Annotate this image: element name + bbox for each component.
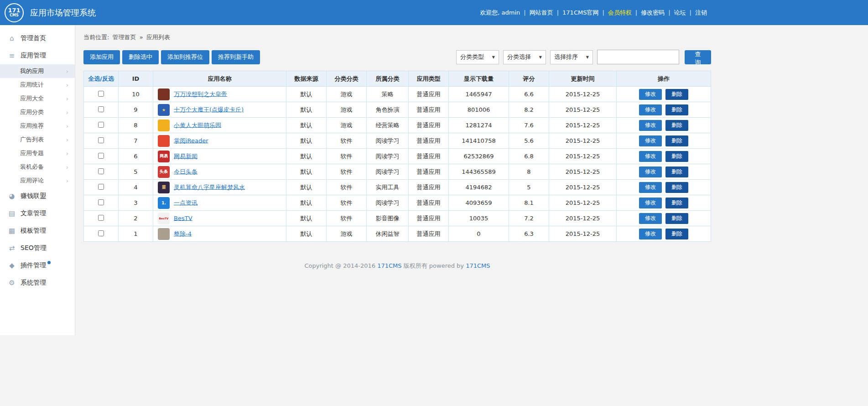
top-nav-link[interactable]: 网站首页 xyxy=(530,9,553,16)
breadcrumb-home[interactable]: 管理首页 xyxy=(113,34,136,41)
edit-button[interactable]: 修改 xyxy=(639,198,662,208)
row-checkbox[interactable] xyxy=(98,91,104,97)
breadcrumb-current[interactable]: 应用列表 xyxy=(146,34,170,41)
delete-button[interactable]: 删除 xyxy=(665,229,688,239)
sidebar-item-plugin[interactable]: ◆插件管理 xyxy=(0,257,75,274)
top-nav-link[interactable]: 171CMS官网 xyxy=(562,9,598,16)
filter-select-2[interactable]: 选择排序▼ xyxy=(550,50,593,64)
sidebar-subitem[interactable]: 应用分类› xyxy=(0,105,75,119)
delete-button[interactable]: 删除 xyxy=(665,167,688,177)
row-checkbox[interactable] xyxy=(98,122,104,128)
delete-button[interactable]: 删除 xyxy=(665,135,688,146)
edit-button[interactable]: 修改 xyxy=(639,182,662,193)
row-checkbox[interactable] xyxy=(98,184,104,190)
top-nav-link[interactable]: 注销 xyxy=(695,9,707,16)
link-icon: ⇄ xyxy=(7,244,16,252)
top-nav-link[interactable]: 会员特权 xyxy=(608,9,632,16)
id-cell: 9 xyxy=(119,102,153,118)
sidebar-item-label: 模板管理 xyxy=(21,227,46,235)
delete-button[interactable]: 删除 xyxy=(665,104,688,115)
app-name-link[interactable]: 今日头条 xyxy=(174,168,198,175)
sidebar-item-system[interactable]: ⚙系统管理 xyxy=(0,274,75,291)
edit-button[interactable]: 修改 xyxy=(639,167,662,177)
sidebar-item-money[interactable]: ◕赚钱联盟 xyxy=(0,187,75,205)
sidebar-item-apps[interactable]: ≡应用管理 xyxy=(0,47,75,64)
edit-button[interactable]: 修改 xyxy=(639,213,662,224)
sidebar-item-template[interactable]: ▦模板管理 xyxy=(0,222,75,239)
chevron-down-icon: ▼ xyxy=(492,55,495,59)
app-icon: 1. xyxy=(158,197,170,209)
source-cell: 默认 xyxy=(286,118,327,133)
app-name-link[interactable]: 整除-4 xyxy=(174,230,192,237)
nav-separator: | xyxy=(524,9,525,16)
app-name-link[interactable]: 十万个大魔王(点爆皮卡丘) xyxy=(174,106,244,113)
search-button[interactable]: 查 询 xyxy=(685,50,711,64)
filter-select-1[interactable]: 分类选择▼ xyxy=(503,50,546,64)
edit-button[interactable]: 修改 xyxy=(639,120,662,131)
filter-select-0[interactable]: 分类类型▼ xyxy=(456,50,499,64)
sidebar-subitem[interactable]: 装机必备› xyxy=(0,160,75,174)
app-name-link[interactable]: 小黄人大眼萌乐园 xyxy=(174,121,221,128)
row-checkbox[interactable] xyxy=(98,199,104,205)
delete-button[interactable]: 删除 xyxy=(665,89,688,100)
search-input[interactable] xyxy=(597,50,679,64)
app-type-cell: 普通应用 xyxy=(409,102,449,118)
edit-button[interactable]: 修改 xyxy=(639,135,662,146)
toolbar-button-0[interactable]: 添加应用 xyxy=(83,50,120,64)
app-name-link[interactable]: 灵机算命八字星座解梦风水 xyxy=(174,183,245,190)
app-name-link[interactable]: BesTV xyxy=(174,214,192,221)
delete-button[interactable]: 删除 xyxy=(665,120,688,131)
app-name-cell: 整除-4 xyxy=(153,226,286,242)
toolbar-button-2[interactable]: 添加到推荐位 xyxy=(161,50,209,64)
app-name-link[interactable]: 掌阅iReader xyxy=(174,137,208,144)
sidebar-item-label: SEO管理 xyxy=(21,244,47,252)
sidebar-subitem[interactable]: 应用统计› xyxy=(0,78,75,92)
chevron-right-icon: › xyxy=(66,95,68,102)
sidebar-subitem[interactable]: 应用评论› xyxy=(0,174,75,187)
row-checkbox[interactable] xyxy=(98,153,104,159)
delete-button[interactable]: 删除 xyxy=(665,213,688,224)
sidebar-item-article[interactable]: ▤文章管理 xyxy=(0,205,75,222)
app-name-cell: 网易网易新闻 xyxy=(153,149,286,164)
chevron-right-icon: › xyxy=(66,136,68,143)
sidebar-subitem[interactable]: 应用专题› xyxy=(0,146,75,160)
delete-button[interactable]: 删除 xyxy=(665,198,688,208)
toolbar-button-3[interactable]: 推荐到新手助 xyxy=(212,50,260,64)
edit-button[interactable]: 修改 xyxy=(639,89,662,100)
row-checkbox[interactable] xyxy=(98,230,104,236)
top-nav-link[interactable]: 修改密码 xyxy=(641,9,665,16)
edit-button[interactable]: 修改 xyxy=(639,229,662,239)
category-cell: 游戏 xyxy=(327,118,367,133)
toolbar-button-1[interactable]: 删除选中 xyxy=(122,50,159,64)
sidebar-subitem[interactable]: 广告列表› xyxy=(0,133,75,146)
downloads-cell: 1465947 xyxy=(449,87,509,102)
app-name-cell: 靈灵机算命八字星座解梦风水 xyxy=(153,180,286,195)
sidebar-item-home[interactable]: ⌂管理首页 xyxy=(0,30,75,47)
sidebar-subitem[interactable]: 应用大全› xyxy=(0,92,75,105)
app-name-link[interactable]: 万万没想到之大皇帝 xyxy=(174,90,227,97)
category-cell: 软件 xyxy=(327,195,367,211)
edit-button[interactable]: 修改 xyxy=(639,151,662,162)
delete-button[interactable]: 删除 xyxy=(665,182,688,193)
row-checkbox[interactable] xyxy=(98,215,104,221)
select-all-header[interactable]: 全选/反选 xyxy=(84,71,119,87)
sidebar-subitem-label: 应用分类 xyxy=(20,108,44,116)
footer-brand-link[interactable]: 171CMS xyxy=(377,262,401,269)
table-row: 8小黄人大眼萌乐园默认游戏经营策略普通应用12812747.62015-12-2… xyxy=(84,118,711,133)
select-value: 分类选择 xyxy=(507,53,531,61)
sidebar-item-seo[interactable]: ⇄SEO管理 xyxy=(0,239,75,257)
delete-button[interactable]: 删除 xyxy=(665,151,688,162)
sidebar-subitem[interactable]: 应用推荐› xyxy=(0,119,75,133)
app-name-link[interactable]: 网易新闻 xyxy=(174,152,198,159)
top-nav-link[interactable]: 论坛 xyxy=(674,9,686,16)
app-icon xyxy=(158,135,170,147)
row-checkbox[interactable] xyxy=(98,137,104,143)
row-checkbox[interactable] xyxy=(98,168,104,174)
sidebar-subitem[interactable]: 我的应用› xyxy=(0,64,75,78)
sidebar-subitem-label: 应用大全 xyxy=(20,94,44,103)
sub-category-cell: 角色扮演 xyxy=(367,102,409,118)
row-checkbox[interactable] xyxy=(98,106,104,112)
app-name-link[interactable]: 一点资讯 xyxy=(174,199,198,206)
edit-button[interactable]: 修改 xyxy=(639,104,662,115)
footer-brand-link[interactable]: 171CMS xyxy=(466,262,490,269)
